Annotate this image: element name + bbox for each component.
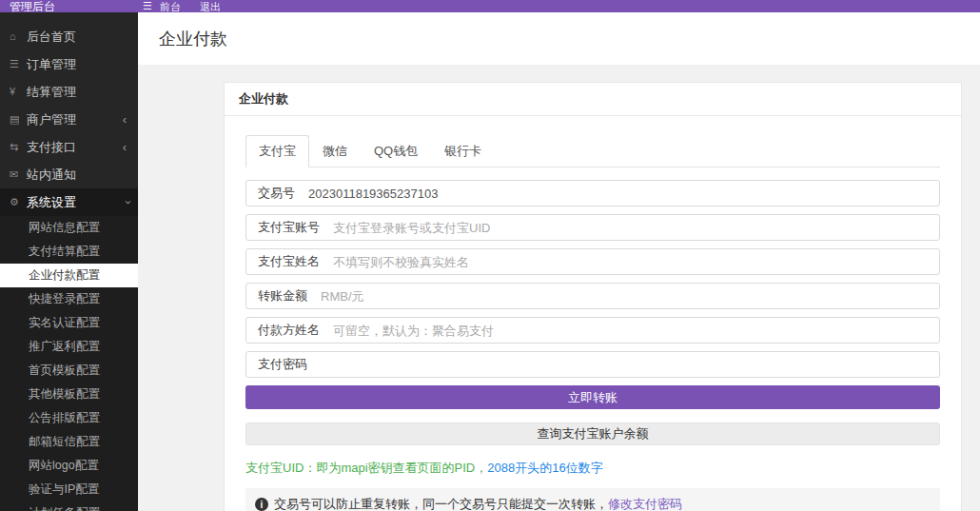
- mail-icon: ✉: [10, 161, 18, 188]
- amount-input[interactable]: [319, 285, 939, 307]
- sidebar-subitem-other-template[interactable]: 其他模板配置: [0, 383, 138, 406]
- alipay-name-label: 支付宝姓名: [246, 253, 331, 270]
- sidebar-item-notice[interactable]: ✉ 站内通知: [0, 161, 138, 188]
- uid-hint: 支付宝UID：即为mapi密钥查看页面的PID，2088开头的16位数字: [245, 461, 940, 476]
- yuan-icon: ¥: [10, 78, 15, 106]
- change-pay-password-link[interactable]: 修改支付密码: [608, 496, 682, 511]
- field-row-alipay-account: 支付宝账号: [245, 214, 940, 241]
- enterprise-payment-card: 企业付款 支付宝 微信 QQ钱包 银行卡 交易号 支: [224, 82, 962, 511]
- sidebar-subitem-site-info[interactable]: 网站信息配置: [0, 216, 138, 240]
- chevron-down-icon: ‹: [112, 200, 138, 204]
- tab-qq-wallet[interactable]: QQ钱包: [361, 135, 431, 167]
- sidebar-item-home[interactable]: ⌂ 后台首页: [0, 23, 138, 50]
- trade-no-notice: i 交易号可以防止重复转账，同一个交易号只能提交一次转账， 修改支付密码: [245, 488, 940, 511]
- sidebar-item-label: 商户管理: [27, 112, 76, 127]
- info-icon: i: [255, 498, 268, 511]
- field-row-pay-password: 支付密码: [245, 351, 940, 378]
- page-title: 企业付款: [159, 28, 227, 50]
- list-icon: ☰: [10, 50, 19, 78]
- payer-name-label: 付款方姓名: [246, 322, 331, 339]
- brand-title: 管理后台: [10, 0, 55, 12]
- transfer-form: 交易号 支付宝账号 支付宝姓名 转账金额: [245, 180, 940, 511]
- sidebar-item-label: 结算管理: [27, 85, 76, 99]
- main-area: 企业付款 企业付款 支付宝 微信 QQ钱包 银行卡 交易号: [138, 12, 980, 511]
- sidebar-item-label: 站内通知: [27, 167, 76, 182]
- chevron-left-icon: ‹: [123, 106, 127, 133]
- sidebar-subitem-scheduled-task[interactable]: 计划任务配置: [0, 501, 138, 511]
- transfer-now-button[interactable]: 立即转账: [245, 385, 940, 409]
- tab-wechat[interactable]: 微信: [309, 135, 361, 167]
- sidebar-subitem-verify-ip[interactable]: 验证与IP配置: [0, 478, 138, 501]
- page-header: 企业付款: [138, 12, 980, 65]
- chevron-left-icon: ‹: [123, 133, 127, 161]
- sidebar-item-merchants[interactable]: ▤ 商户管理 ‹: [0, 106, 138, 133]
- sidebar-submenu-settings: 网站信息配置 支付结算配置 企业付款配置 快捷登录配置 实名认证配置 推广返利配…: [0, 216, 138, 511]
- sidebar-item-label: 订单管理: [27, 57, 76, 71]
- sidebar-item-label: 系统设置: [27, 195, 76, 209]
- sidebar: ⌂ 后台首页 ☰ 订单管理 ¥ 结算管理 ▤ 商户管理 ‹ ⇆ 支付接口 ‹: [0, 12, 138, 511]
- pay-password-label: 支付密码: [246, 356, 319, 373]
- gear-icon: ⚙: [10, 188, 19, 216]
- sidebar-subitem-home-template[interactable]: 首页模板配置: [0, 359, 138, 383]
- sidebar-subitem-promo-rebate[interactable]: 推广返利配置: [0, 335, 138, 359]
- sidebar-item-label: 支付接口: [27, 140, 76, 154]
- payer-name-input[interactable]: [331, 319, 939, 342]
- sidebar-item-payment-api[interactable]: ⇆ 支付接口 ‹: [0, 133, 138, 161]
- tab-alipay[interactable]: 支付宝: [245, 135, 309, 167]
- sidebar-subitem-enterprise-payment[interactable]: 企业付款配置: [0, 264, 138, 287]
- field-row-trade-no: 交易号: [245, 180, 940, 206]
- sidebar-item-settlement[interactable]: ¥ 结算管理: [0, 78, 138, 106]
- payment-method-tabs: 支付宝 微信 QQ钱包 银行卡: [245, 135, 940, 167]
- exchange-icon: ⇆: [10, 133, 18, 161]
- field-row-amount: 转账金额: [245, 283, 940, 309]
- topbar-link-logout[interactable]: 退出: [200, 0, 221, 12]
- sidebar-subitem-pay-settlement[interactable]: 支付结算配置: [0, 240, 138, 264]
- home-icon: ⌂: [10, 23, 16, 50]
- merchant-icon: ▤: [10, 106, 19, 133]
- pay-password-input[interactable]: [319, 353, 939, 376]
- topbar: 管理后台 ☰ 前台 退出: [0, 0, 980, 12]
- trade-no-input[interactable]: [306, 182, 939, 205]
- trade-no-label: 交易号: [246, 185, 306, 202]
- sidebar-item-label: 后台首页: [27, 29, 76, 44]
- content-area: 企业付款 支付宝 微信 QQ钱包 银行卡 交易号 支: [138, 65, 980, 511]
- field-row-payer-name: 付款方姓名: [245, 317, 940, 344]
- notice-text: 交易号可以防止重复转账，同一个交易号只能提交一次转账，: [274, 496, 608, 511]
- sidebar-item-settings[interactable]: ⚙ 系统设置 ‹: [0, 188, 138, 216]
- admin-screen: 管理后台 ☰ 前台 退出 ⌂ 后台首页 ☰ 订单管理 ¥ 结算管理 ▤ 商户管理…: [0, 0, 980, 511]
- alipay-name-input[interactable]: [331, 250, 939, 273]
- query-balance-button[interactable]: 查询支付宝账户余额: [245, 423, 940, 445]
- sidebar-subitem-email-sms[interactable]: 邮箱短信配置: [0, 430, 138, 454]
- alipay-account-label: 支付宝账号: [246, 219, 331, 236]
- alipay-account-input[interactable]: [331, 216, 939, 239]
- sidebar-subitem-announcement-layout[interactable]: 公告排版配置: [0, 406, 138, 430]
- sidebar-subitem-site-logo[interactable]: 网站logo配置: [0, 454, 138, 478]
- sidebar-toggle-icon[interactable]: ☰: [143, 0, 152, 12]
- uid-hint-green: 支付宝UID：即为mapi密钥查看页面的PID，: [245, 461, 487, 475]
- sidebar-subitem-quick-login[interactable]: 快捷登录配置: [0, 287, 138, 311]
- sidebar-subitem-realname-auth[interactable]: 实名认证配置: [0, 311, 138, 335]
- topbar-link-frontend[interactable]: 前台: [160, 0, 181, 12]
- field-row-alipay-name: 支付宝姓名: [245, 248, 940, 275]
- sidebar-item-orders[interactable]: ☰ 订单管理: [0, 50, 138, 78]
- amount-label: 转账金额: [246, 287, 319, 305]
- tab-bank-card[interactable]: 银行卡: [431, 135, 495, 167]
- uid-hint-blue[interactable]: 2088开头的16位数字: [487, 461, 602, 475]
- card-title: 企业付款: [225, 83, 961, 116]
